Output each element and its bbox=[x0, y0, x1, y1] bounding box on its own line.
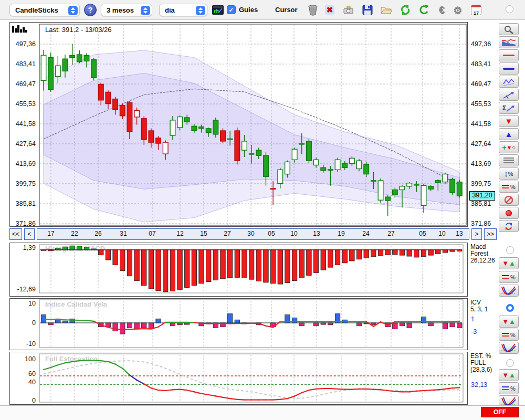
record-tool-button[interactable] bbox=[499, 207, 519, 219]
main-y-tick: 371,86 bbox=[10, 220, 36, 227]
nav-last-button[interactable]: >> bbox=[484, 228, 497, 240]
date-label: 12 bbox=[173, 230, 187, 237]
est-y-100: 100 bbox=[10, 355, 36, 363]
nav-next-button[interactable]: > bbox=[471, 228, 482, 240]
list-lines-tool-button[interactable] bbox=[499, 154, 519, 166]
stochastic-value: 32,13 bbox=[471, 381, 487, 388]
reload-icon[interactable] bbox=[416, 3, 431, 17]
range-select[interactable]: 3 mesos bbox=[101, 4, 152, 16]
date-label: 05 bbox=[265, 230, 278, 237]
red-hline-tool-button[interactable] bbox=[499, 49, 519, 61]
macd-panel-radio[interactable] bbox=[506, 246, 514, 254]
main-y-tick-right: 371,86 bbox=[471, 220, 491, 227]
zigzag-channel-tool-button[interactable] bbox=[499, 76, 519, 88]
add-signal-tool-button[interactable]: +▼◇ bbox=[499, 141, 519, 153]
date-label: 10 bbox=[435, 230, 449, 237]
vertical-range-percent-tool-button[interactable]: ↕% bbox=[499, 167, 519, 180]
main-y-tick: 497,36 bbox=[10, 40, 36, 48]
last-price-label: Last: 391.2 - 13/03/26 bbox=[45, 26, 111, 34]
est-panel-radio[interactable] bbox=[506, 359, 514, 367]
svg-text:Σ: Σ bbox=[502, 104, 506, 112]
date-label: 07 bbox=[145, 230, 159, 237]
main-y-tick-right: 483,41 bbox=[471, 60, 491, 68]
calendar-icon[interactable]: 17 bbox=[469, 3, 484, 17]
nav-first-button[interactable]: << bbox=[9, 228, 22, 240]
delete-x-icon[interactable]: ✖ bbox=[322, 3, 337, 17]
macd-signals-button[interactable]: ▼▲ bbox=[499, 257, 519, 269]
main-chart-panel[interactable] bbox=[9, 22, 468, 227]
macd-levels-percent-button[interactable]: % bbox=[499, 271, 519, 283]
sum-trendline-tool-button[interactable]: Σ bbox=[499, 102, 519, 114]
disable-tool-button[interactable] bbox=[499, 194, 519, 206]
chart-type-value: CandleSticks bbox=[15, 6, 58, 14]
current-price-badge: 391,20 bbox=[469, 191, 495, 201]
icv-panel-radio[interactable] bbox=[506, 304, 514, 312]
open-folder-icon[interactable] bbox=[379, 3, 394, 17]
est-y-0: 0 bbox=[10, 397, 36, 404]
macd-y-bottom: -12,69 bbox=[10, 286, 36, 293]
main-y-tick: 399,75 bbox=[10, 180, 36, 187]
icv-curve-button[interactable] bbox=[499, 342, 519, 354]
euro-icon[interactable]: € bbox=[434, 3, 449, 17]
icv-y-10: 10 bbox=[10, 300, 36, 307]
main-y-tick: 455,53 bbox=[10, 100, 36, 108]
guies-label: Guies bbox=[239, 6, 258, 14]
chart-window-icon[interactable] bbox=[211, 3, 225, 17]
date-label: 17 bbox=[44, 230, 58, 237]
indicator-area-tool-button[interactable] bbox=[499, 36, 519, 48]
date-label: 10 bbox=[287, 230, 301, 237]
volume-mode-icon[interactable] bbox=[12, 25, 29, 35]
icv-value-neg: -3 bbox=[471, 328, 477, 335]
date-label: 27 bbox=[220, 230, 234, 237]
chart-type-select[interactable]: CandleSticks bbox=[9, 4, 80, 16]
main-y-tick-right: 497,36 bbox=[471, 40, 491, 48]
date-label: 19 bbox=[334, 230, 348, 237]
gear-icon[interactable]: ⚙ bbox=[450, 3, 465, 17]
levels-percent-tool-button[interactable]: % bbox=[499, 181, 519, 193]
date-label: 05 bbox=[416, 230, 429, 237]
chevron-updown-icon bbox=[68, 6, 78, 15]
help-icon[interactable]: ? bbox=[84, 4, 97, 16]
off-badge[interactable]: OFF bbox=[481, 407, 519, 417]
refresh-icon[interactable] bbox=[398, 3, 413, 17]
toolbar: CandleSticks ? 3 mesos dia ✓ Guies Curso… bbox=[0, 0, 525, 20]
date-label: 15 bbox=[197, 230, 211, 237]
status-bar bbox=[0, 405, 525, 420]
guies-checkbox[interactable]: ✓ bbox=[227, 5, 236, 14]
date-label: 26 bbox=[91, 230, 105, 237]
main-y-tick-right: 469,47 bbox=[471, 80, 491, 88]
icv-y-0: 0 bbox=[10, 319, 36, 327]
save-icon[interactable] bbox=[360, 3, 375, 17]
buy-arrow-tool-button[interactable]: ▲ bbox=[499, 128, 519, 140]
snapshot-icon[interactable] bbox=[341, 3, 355, 17]
sync-tool-button[interactable] bbox=[499, 220, 519, 232]
main-y-tick-right: 413,69 bbox=[471, 160, 491, 167]
est-signals-button[interactable]: ▼▲ bbox=[499, 369, 519, 381]
chevron-updown-icon bbox=[196, 6, 205, 15]
icv-levels-percent-button[interactable]: % bbox=[499, 329, 519, 341]
period-select[interactable]: dia bbox=[159, 4, 207, 16]
stochastic-watermark: Full Estocastico bbox=[45, 355, 98, 363]
trendline-tool-button[interactable] bbox=[499, 89, 519, 101]
macd-curve-button[interactable] bbox=[499, 285, 519, 297]
date-label: 30 bbox=[244, 230, 258, 237]
zoom-tool-button[interactable] bbox=[499, 23, 519, 35]
est-levels-percent-button[interactable]: % bbox=[499, 382, 519, 394]
top-right-radio[interactable] bbox=[506, 5, 513, 13]
macd-y-top: 1,39 bbox=[10, 244, 36, 251]
nav-prev-button[interactable]: < bbox=[24, 228, 35, 240]
blue-hline-tool-button[interactable] bbox=[499, 62, 519, 75]
main-y-tick-right: 441,58 bbox=[471, 120, 491, 128]
app-window: CandleSticks ? 3 mesos dia ✓ Guies Curso… bbox=[0, 0, 525, 420]
main-y-tick: 469,47 bbox=[10, 80, 36, 88]
est-y-40: 40 bbox=[10, 379, 36, 386]
stochastic-label: EST. %FULL(28,3,6) bbox=[470, 353, 492, 373]
icv-signals-button[interactable]: ▼▲ bbox=[499, 316, 519, 328]
date-label: 13 bbox=[310, 230, 323, 237]
period-value: dia bbox=[165, 6, 175, 14]
date-label: 22 bbox=[68, 230, 81, 237]
sell-arrow-tool-button[interactable]: ▼ bbox=[499, 115, 519, 127]
date-label: 27 bbox=[384, 230, 398, 237]
icv-label: ICV5, 3, 1 bbox=[470, 299, 488, 313]
trash-icon[interactable] bbox=[306, 3, 320, 17]
